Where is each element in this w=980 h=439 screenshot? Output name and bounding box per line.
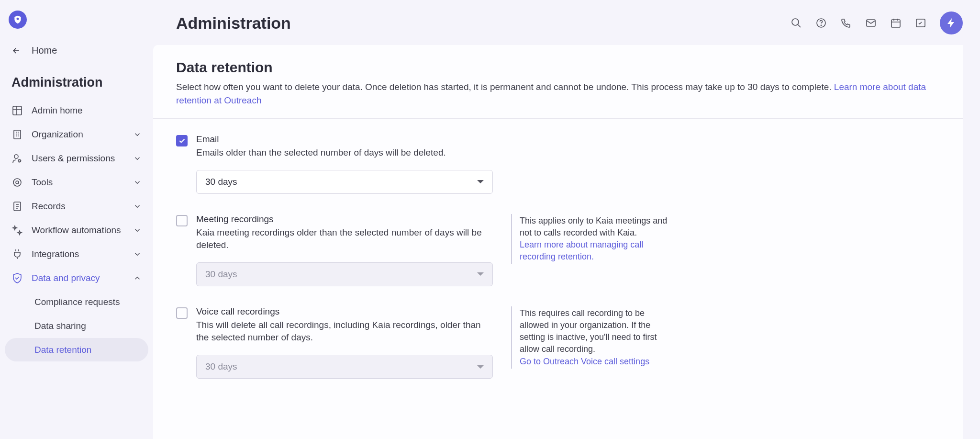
nav-workflow[interactable]: Workflow automations [5,218,148,242]
chevron-down-icon [133,178,142,187]
sidebar-title: Administration [5,61,148,99]
nav-data-privacy[interactable]: Data and privacy [5,266,148,290]
nav-organization[interactable]: Organization [5,123,148,146]
nav-label: Admin home [32,105,142,116]
mail-icon[interactable] [865,17,877,29]
meeting-title: Meeting recordings [196,214,493,225]
select-value: 30 days [205,361,237,372]
nav-label: Workflow automations [32,225,124,236]
voice-retention-select: 30 days [196,355,493,379]
sidebar: Home Administration Admin home Organizat… [0,0,153,439]
select-value: 30 days [205,269,237,280]
nav-label: Users & permissions [32,153,124,164]
chevron-down-icon [133,202,142,211]
email-checkbox[interactable] [176,135,188,146]
main-panel: Administration Data retention Select how… [153,0,980,439]
topbar-actions [791,11,963,34]
app-logo[interactable] [9,11,27,29]
nav-integrations[interactable]: Integrations [5,242,148,266]
grid-icon [11,105,23,116]
sparkle-icon [11,225,23,236]
nav-admin-home[interactable]: Admin home [5,99,148,123]
user-gear-icon [11,153,23,164]
home-link[interactable]: Home [5,40,148,61]
tasks-icon[interactable] [915,17,926,29]
meeting-note: This applies only to Kaia meetings and n… [511,214,669,264]
caret-down-icon [477,180,484,183]
content-subtitle: Select how often you want to delete your… [176,80,940,107]
svg-point-3 [19,160,21,162]
content-card: Data retention Select how often you want… [153,45,963,439]
email-desc: Emails older than the selected number of… [196,146,493,159]
nav-label: Compliance requests [34,296,142,308]
nav-compliance[interactable]: Compliance requests [5,290,148,314]
meeting-desc: Kaia meeting recordings older than the s… [196,226,493,252]
home-label: Home [32,45,57,56]
nav-tools[interactable]: Tools [5,170,148,194]
shield-check-icon [11,272,23,284]
chevron-down-icon [133,130,142,139]
page-title: Administration [176,14,291,33]
chevron-down-icon [133,226,142,235]
nav-label: Integrations [32,248,124,260]
help-icon[interactable] [815,17,827,29]
nav-label: Organization [32,129,124,140]
meeting-checkbox[interactable] [176,215,188,226]
svg-rect-11 [891,20,900,27]
email-section: Email Emails older than the selected num… [176,134,940,194]
chevron-down-icon [133,154,142,163]
voice-note: This requires call recording to be allow… [511,306,669,369]
shield-icon [13,14,22,25]
document-icon [11,201,23,212]
phone-icon[interactable] [840,17,852,29]
search-icon[interactable] [791,17,802,29]
chevron-down-icon [133,250,142,259]
gear-icon [11,177,23,188]
calendar-icon[interactable] [890,17,902,29]
svg-point-5 [16,181,19,184]
svg-rect-0 [13,106,22,115]
content-header: Data retention Select how often you want… [153,45,963,119]
caret-down-icon [477,365,484,369]
content-title: Data retention [176,59,940,76]
nav-records[interactable]: Records [5,194,148,218]
svg-point-2 [14,155,18,158]
nav-label: Data sharing [34,320,142,332]
nav-users[interactable]: Users & permissions [5,146,148,170]
voice-section: Voice call recordings This will delete a… [176,306,940,379]
nav-label: Records [32,201,124,212]
voice-checkbox[interactable] [176,307,188,319]
building-icon [11,129,23,140]
topbar: Administration [153,0,980,45]
meeting-retention-select: 30 days [196,262,493,286]
arrow-left-icon [11,46,21,56]
meeting-note-link[interactable]: Learn more about managing call recording… [520,240,643,261]
caret-down-icon [477,272,484,276]
nav-data-sharing[interactable]: Data sharing [5,314,148,338]
svg-point-9 [821,25,821,25]
meeting-section: Meeting recordings Kaia meeting recordin… [176,214,940,286]
nav-label: Data retention [34,344,142,356]
bolt-icon [946,17,957,29]
plug-icon [11,248,23,260]
chevron-up-icon [133,274,142,282]
select-value: 30 days [205,177,237,187]
svg-point-4 [13,179,21,186]
quick-action-button[interactable] [940,11,963,34]
nav-data-retention[interactable]: Data retention [5,338,148,362]
email-retention-select[interactable]: 30 days [196,170,493,194]
voice-note-link[interactable]: Go to Outreach Voice call settings [520,357,649,366]
nav-label: Data and privacy [32,272,124,284]
email-title: Email [196,134,493,145]
nav-label: Tools [32,177,124,188]
check-icon [178,137,186,145]
svg-rect-1 [14,130,21,139]
voice-title: Voice call recordings [196,306,493,317]
svg-point-7 [792,19,799,25]
voice-desc: This will delete all call recordings, in… [196,319,493,344]
settings-sections: Email Emails older than the selected num… [153,119,963,414]
